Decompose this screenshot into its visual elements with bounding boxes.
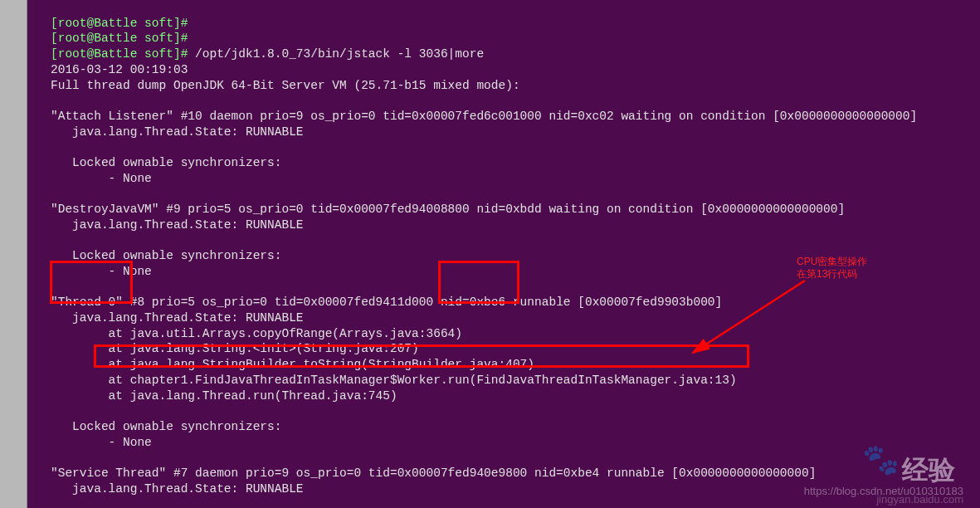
- locked-sync-label: Locked ownable synchronizers:: [51, 420, 281, 433]
- paw-icon: [862, 452, 897, 487]
- thread-attach-title: "Attach Listener" #10 daemon prio=9 os_p…: [51, 110, 917, 123]
- thread-service-title: "Service Thread" #7 daemon prio=9 os_pri…: [51, 466, 816, 480]
- thread-state: java.lang.Thread.State: RUNNABLE: [51, 125, 304, 139]
- prompt-line: [root@Battle soft]#: [51, 47, 195, 61]
- timestamp: 2016-03-12 00:19:03: [51, 63, 188, 76]
- terminal-output[interactable]: [root@Battle soft]# [root@Battle soft]# …: [27, 0, 980, 508]
- watermark-domain: jingyan.baidu.com: [876, 492, 963, 508]
- prompt-line: [root@Battle soft]#: [51, 32, 188, 45]
- locked-sync-label: Locked ownable synchronizers:: [51, 249, 281, 262]
- thread-state: java.lang.Thread.State: RUNNABLE: [51, 311, 304, 325]
- stack-frame: at java.lang.StringBuilder.toString(Stri…: [51, 358, 534, 371]
- stack-frame: at java.lang.String.<init>(String.java:2…: [51, 342, 419, 355]
- sidebar-gutter: [0, 0, 27, 508]
- annotation-text: CPU密集型操作 在第13行代码: [797, 256, 880, 281]
- locked-sync-label: Locked ownable synchronizers:: [51, 156, 281, 169]
- locked-sync-none: - None: [51, 172, 152, 185]
- command-text: /opt/jdk1.8.0_73/bin/jstack -l 3036|more: [195, 47, 484, 61]
- stack-frame-highlighted: at chapter1.FindJavaThreadInTaskManager$…: [51, 374, 737, 387]
- prompt-line: [root@Battle soft]#: [51, 17, 188, 30]
- baidu-logo: 经验: [862, 452, 955, 487]
- thread-destroy-title: "DestroyJavaVM" #9 prio=5 os_prio=0 tid=…: [51, 203, 845, 216]
- dump-header: Full thread dump OpenJDK 64-Bit Server V…: [51, 79, 520, 92]
- locked-sync-none: - None: [51, 265, 152, 278]
- thread-state: java.lang.Thread.State: RUNNABLE: [51, 218, 304, 232]
- thread-0-title: "Thread-0" #8 prio=5 os_prio=0 tid=0x000…: [51, 296, 722, 309]
- stack-frame: at java.lang.Thread.run(Thread.java:745): [51, 389, 397, 403]
- stack-frame: at java.util.Arrays.copyOfRange(Arrays.j…: [51, 327, 462, 340]
- locked-sync-none: - None: [51, 436, 152, 449]
- thread-state: java.lang.Thread.State: RUNNABLE: [51, 482, 304, 496]
